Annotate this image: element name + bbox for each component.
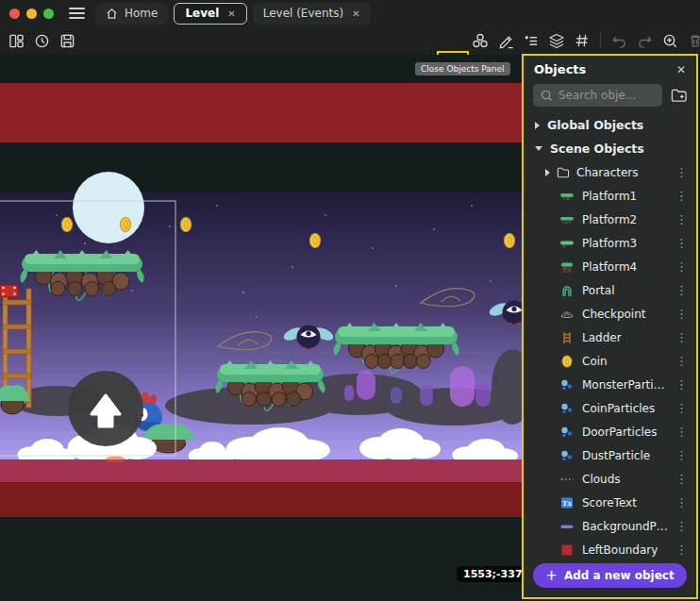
star: [471, 205, 473, 207]
lava-glow: [105, 457, 125, 463]
project-manager-icon[interactable]: [6, 30, 26, 51]
history-icon[interactable]: [31, 30, 52, 51]
object-menu-button[interactable]: ⋮: [675, 166, 696, 178]
edit-pencil-icon[interactable]: [495, 30, 516, 51]
coin-sprite[interactable]: [121, 218, 131, 232]
coin-sprite[interactable]: [505, 234, 515, 248]
object-menu-button[interactable]: ⋮: [675, 426, 696, 438]
caret-right-icon[interactable]: [535, 122, 540, 129]
main-menu-icon[interactable]: [69, 8, 85, 19]
caret-down-icon[interactable]: [535, 146, 542, 151]
object-menu-button[interactable]: ⋮: [675, 308, 696, 320]
object-item-platform3[interactable]: Platform3⋮: [524, 231, 696, 255]
object-item-checkpoint[interactable]: Checkpoint⋮: [524, 302, 696, 326]
object-item-ladder[interactable]: Ladder⋮: [524, 326, 696, 349]
object-menu-button[interactable]: ⋮: [675, 260, 696, 273]
undo-icon[interactable]: [608, 30, 629, 51]
object-menu-button[interactable]: ⋮: [675, 331, 696, 343]
object-item-portal[interactable]: Portal⋮: [524, 278, 696, 302]
object-label: ScoreText: [582, 496, 637, 509]
object-label: DustParticle: [582, 449, 650, 462]
layers-icon[interactable]: [546, 30, 567, 51]
caret-right-icon[interactable]: [545, 169, 550, 176]
mushroom-plant: [475, 382, 491, 407]
tab-close-icon[interactable]: ✕: [352, 8, 359, 19]
object-item-coinparticles[interactable]: CoinParticles⋮: [524, 396, 696, 420]
object-item-backgroundplants[interactable]: BackgroundPlants⋮: [524, 514, 696, 538]
scene-canvas[interactable]: [0, 55, 522, 601]
object-label: Platform3: [582, 237, 637, 250]
jump-control-button[interactable]: [68, 371, 143, 446]
grid-icon[interactable]: [572, 30, 592, 51]
coin-sprite[interactable]: [310, 234, 321, 248]
clouds-thumbnail-icon: [558, 472, 575, 486]
object-label: MonsterParticles: [582, 378, 668, 392]
object-menu-button[interactable]: ⋮: [675, 378, 696, 391]
object-menu-button[interactable]: ⋮: [675, 213, 696, 225]
object-item-platform2[interactable]: Platform2⋮: [524, 208, 696, 231]
object-menu-button[interactable]: ⋮: [675, 355, 696, 367]
pink-band: [0, 459, 522, 482]
bottom-dark-area: [0, 517, 522, 601]
close-window-button[interactable]: [9, 8, 20, 19]
object-menu-button[interactable]: ⋮: [675, 496, 696, 509]
tab-home[interactable]: Home: [95, 3, 168, 25]
tab-close-icon[interactable]: ✕: [227, 8, 235, 19]
folder-icon: [557, 167, 570, 178]
platform1-thumbnail-icon: [558, 189, 575, 203]
plus-icon: +: [545, 567, 558, 584]
search-input[interactable]: Search obje...: [533, 84, 662, 107]
tab-label: Level: [185, 7, 219, 20]
close-icon[interactable]: ✕: [676, 63, 686, 76]
star: [56, 214, 58, 216]
tooltip: Close Objects Panel: [415, 62, 510, 75]
object-label: Platform1: [582, 190, 637, 203]
save-icon[interactable]: [57, 30, 77, 51]
moon-sprite[interactable]: [73, 172, 144, 243]
coin-sprite[interactable]: [181, 218, 192, 232]
object-item-platform4[interactable]: Platform4⋮: [524, 255, 696, 278]
object-item-coin[interactable]: Coin⋮: [524, 349, 696, 373]
particles-thumbnail-icon: [558, 401, 575, 415]
window-controls: [0, 8, 54, 19]
redo-icon[interactable]: [634, 30, 655, 51]
object-menu-button[interactable]: ⋮: [675, 520, 696, 532]
maximize-window-button[interactable]: [43, 8, 54, 19]
trash-icon[interactable]: [685, 30, 700, 51]
particles-thumbnail-icon: [558, 448, 575, 462]
object-item-doorparticles[interactable]: DoorParticles⋮: [524, 420, 696, 443]
object-item-clouds[interactable]: Clouds⋮: [524, 467, 696, 491]
object-menu-button[interactable]: ⋮: [675, 449, 696, 461]
coin-sprite[interactable]: [62, 218, 73, 232]
zoom-in-icon[interactable]: [659, 30, 680, 51]
object-menu-button[interactable]: ⋮: [675, 237, 696, 249]
mushroom-plant: [450, 366, 475, 407]
object-menu-button[interactable]: ⋮: [675, 473, 696, 485]
instances-list-icon[interactable]: [521, 30, 542, 51]
tab-level-events-[interactable]: Level (Events)✕: [253, 3, 371, 25]
add-folder-icon[interactable]: [671, 88, 687, 103]
object-folder-characters[interactable]: Characters⋮: [524, 160, 696, 184]
object-group-scene-objects[interactable]: Scene Objects: [524, 137, 696, 160]
object-item-monsterparticles[interactable]: MonsterParticles⋮: [524, 373, 696, 396]
minimize-window-button[interactable]: [26, 8, 37, 19]
object-menu-button[interactable]: ⋮: [675, 284, 696, 296]
object-item-scoretext[interactable]: TxScoreText⋮: [524, 491, 696, 514]
objects-tree: Global ObjectsScene ObjectsCharacters⋮Pl…: [524, 109, 696, 557]
mushroom-plant: [344, 385, 354, 401]
object-groups-icon[interactable]: [470, 30, 491, 51]
platform3-thumbnail-icon: [558, 236, 575, 250]
platform2-thumbnail-icon: [558, 212, 575, 226]
objects-panel: Objects ✕ Search obje... Global ObjectsS…: [522, 54, 698, 599]
object-label: CoinParticles: [582, 402, 655, 415]
object-menu-button[interactable]: ⋮: [675, 190, 696, 202]
tab-level[interactable]: Level✕: [174, 3, 246, 25]
object-item-leftboundary[interactable]: LeftBoundary⋮: [524, 538, 696, 557]
object-item-dustparticle[interactable]: DustParticle⋮: [524, 443, 696, 467]
add-new-object-button[interactable]: + Add a new object: [533, 563, 687, 588]
object-menu-button[interactable]: ⋮: [675, 402, 696, 414]
checkpoint-thumbnail-icon: [558, 307, 575, 321]
object-menu-button[interactable]: ⋮: [675, 543, 696, 556]
object-item-platform1[interactable]: Platform1⋮: [524, 184, 696, 208]
object-group-global-objects[interactable]: Global Objects: [524, 113, 696, 137]
